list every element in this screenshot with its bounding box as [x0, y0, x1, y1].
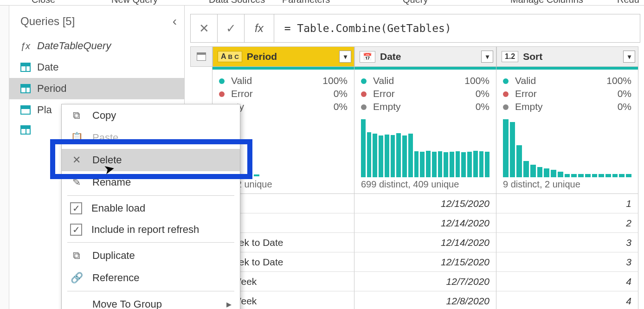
- ctx-enable-load[interactable]: ✓ Enable load: [62, 198, 240, 219]
- column-profile-date: Valid100% Error0% Empty0% 699 distinct, …: [354, 67, 496, 194]
- datatype-number-icon[interactable]: 1.2: [502, 51, 518, 62]
- table-row[interactable]: t Week to Date12/14/20203: [190, 233, 644, 252]
- ctx-delete[interactable]: ✕ Delete: [62, 149, 240, 171]
- datatype-date-icon[interactable]: 📅: [360, 51, 375, 63]
- queries-title: Queries [5]: [20, 15, 75, 28]
- query-label: Date: [37, 61, 58, 73]
- ctx-include-refresh[interactable]: ✓ Include in report refresh: [62, 219, 240, 240]
- column-filter-dropdown[interactable]: ▾: [339, 51, 351, 63]
- cell-date[interactable]: 12/14/2020: [354, 213, 496, 233]
- ctx-move-to-group[interactable]: Move To Group ▸: [62, 293, 240, 309]
- column-header-period[interactable]: ABC Period ▾: [213, 46, 354, 67]
- left-rail: [0, 6, 9, 309]
- table-row[interactable]: 12/15/20201: [190, 194, 644, 213]
- fx-icon: ƒx: [20, 41, 31, 52]
- cell-sort[interactable]: 2: [496, 213, 638, 233]
- ribbon-query[interactable]: Query: [403, 0, 428, 5]
- table-icon: [197, 52, 206, 61]
- reference-icon: 🔗: [70, 271, 83, 284]
- cell-sort[interactable]: 4: [496, 272, 638, 291]
- column-header-sort[interactable]: 1.2 Sort ▾: [496, 46, 638, 67]
- ctx-copy[interactable]: ⧉ Copy: [62, 104, 240, 127]
- cell-date[interactable]: 12/15/2020: [354, 252, 496, 272]
- query-item-date[interactable]: Date: [9, 57, 184, 78]
- chevron-right-icon: ▸: [226, 298, 232, 309]
- distinct-label: 699 distinct, 409 unique: [354, 177, 496, 194]
- collapse-sidebar-icon[interactable]: ‹: [173, 14, 177, 29]
- cell-date[interactable]: 12/14/2020: [354, 233, 496, 252]
- copy-icon: ⧉: [70, 109, 83, 122]
- ribbon-close[interactable]: Close: [32, 0, 55, 5]
- checked-icon: ✓: [70, 224, 82, 236]
- ribbon-parameters[interactable]: Parameters: [282, 0, 330, 5]
- cell-date[interactable]: 12/8/2020: [354, 291, 496, 309]
- checked-icon: ✓: [70, 202, 82, 214]
- ribbon-manage-columns[interactable]: Manage Columns: [510, 0, 583, 5]
- column-name: Period: [247, 51, 277, 62]
- cell-date[interactable]: 12/15/2020: [354, 194, 496, 213]
- data-rows: 12/15/20201day12/14/20202t Week to Date1…: [190, 194, 644, 309]
- formula-cancel-button[interactable]: ✕: [191, 14, 218, 42]
- cell-date[interactable]: 12/7/2020: [354, 272, 496, 291]
- query-item-period[interactable]: Period: [9, 78, 184, 99]
- ribbon-data-sources[interactable]: Data Sources: [209, 0, 265, 5]
- column-name: Date: [380, 51, 401, 62]
- rownum-header[interactable]: [190, 46, 213, 67]
- datatype-text-icon[interactable]: ABC: [218, 51, 242, 62]
- fx-icon[interactable]: fx: [245, 14, 274, 42]
- table-row[interactable]: day12/14/20202: [190, 213, 644, 233]
- ctx-rename[interactable]: ✎ Rename: [62, 171, 240, 193]
- formula-bar: ✕ ✓ fx = Table.Combine(GetTables): [190, 14, 640, 43]
- editor-content: ✕ ✓ fx = Table.Combine(GetTables) ABC Pe…: [185, 6, 644, 309]
- table-row[interactable]: us Week12/8/20204: [190, 291, 644, 309]
- data-grid: ABC Period ▾ 📅 Date ▾ 1.2 Sort: [190, 46, 644, 309]
- cell-sort[interactable]: 4: [496, 291, 638, 309]
- column-filter-dropdown[interactable]: ▾: [623, 51, 635, 63]
- formula-text[interactable]: = Table.Combine(GetTables): [274, 22, 451, 34]
- query-label: Pla: [37, 104, 52, 116]
- column-name: Sort: [523, 51, 542, 62]
- column-filter-dropdown[interactable]: ▾: [481, 51, 493, 63]
- ribbon-reduce[interactable]: Redu: [617, 0, 639, 5]
- distinct-label: 9 distinct, 2 unique: [496, 177, 638, 194]
- ribbon-new-query[interactable]: New Query: [111, 0, 158, 5]
- column-profile-sort: Valid100% Error0% Empty0% 9 distinct, 2 …: [496, 67, 638, 194]
- ctx-reference[interactable]: 🔗 Reference: [62, 267, 240, 289]
- table-icon: [20, 63, 31, 72]
- ribbon: Close New Query Data Sources Parameters …: [0, 0, 644, 6]
- column-header-date[interactable]: 📅 Date ▾: [354, 46, 496, 67]
- paste-icon: 📋: [70, 131, 83, 144]
- ctx-duplicate[interactable]: ⧉ Duplicate: [62, 245, 240, 267]
- query-label: Period: [37, 83, 67, 95]
- table-row[interactable]: us Week12/7/20204: [190, 272, 644, 291]
- table-icon: [20, 125, 31, 135]
- cell-sort[interactable]: 1: [496, 194, 638, 213]
- close-icon: ✕: [70, 154, 83, 167]
- table-question-icon: [20, 105, 31, 115]
- cell-sort[interactable]: 3: [496, 233, 638, 252]
- query-item-datetablequery[interactable]: ƒx DateTableQuery: [9, 35, 184, 57]
- ctx-paste: 📋 Paste: [62, 127, 240, 149]
- column-sparkline-sort: [496, 116, 638, 177]
- cell-sort[interactable]: 3: [496, 252, 638, 272]
- query-label: DateTableQuery: [37, 40, 111, 52]
- query-context-menu: ⧉ Copy 📋 Paste ✕ Delete ✎ Rename ✓ Enabl…: [61, 104, 240, 309]
- rename-icon: ✎: [70, 176, 83, 189]
- table-row[interactable]: t Week to Date12/15/20203: [190, 252, 644, 272]
- formula-commit-button[interactable]: ✓: [218, 14, 245, 42]
- duplicate-icon: ⧉: [70, 249, 83, 262]
- table-icon: [20, 84, 31, 93]
- column-sparkline-date: [354, 116, 496, 177]
